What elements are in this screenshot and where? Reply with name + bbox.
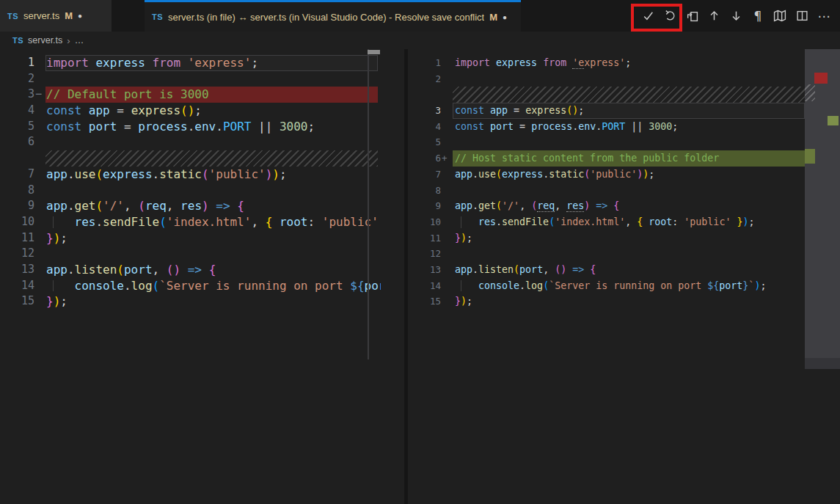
code-line[interactable]: 14 console.log(`Server is running on por… (0, 278, 381, 294)
breadcrumb-symbol[interactable]: … (75, 35, 84, 45)
code-text: res.sendFile('index.html', { root: 'publ… (46, 214, 381, 230)
discard-button[interactable] (659, 5, 681, 27)
code-line[interactable]: 11}); (0, 230, 381, 246)
line-number: 12 (0, 246, 34, 262)
editor-toolbar: ¶ ⋯ (637, 0, 835, 32)
render-whitespace-button[interactable]: ¶ (747, 5, 769, 27)
code-text: }); (455, 293, 472, 310)
diff-sign: − (35, 87, 42, 103)
unsaved-dot-icon[interactable]: ● (503, 13, 507, 21)
line-number: 1 (0, 55, 34, 71)
code-line[interactable]: 4const port = process.env.PORT || 3000; (408, 119, 840, 135)
line-number: 2 (0, 71, 34, 87)
check-icon (642, 10, 654, 22)
code-line[interactable]: 6+// Host static content from the public… (408, 150, 840, 167)
code-text: res.sendFile('index.html', { root: 'publ… (455, 214, 754, 230)
code-line[interactable]: 3−// Default port is 3000 (0, 87, 381, 103)
code-line[interactable]: 13app.listen(port, () => { (0, 262, 381, 278)
code-text: app.get('/', (req, res) => { (46, 198, 244, 214)
line-number: 8 (0, 183, 34, 199)
arrow-down-icon (730, 10, 742, 22)
diff-filler-hatch (45, 150, 378, 167)
code-text: console.log(`Server is running on port $… (455, 278, 766, 294)
minimap-footer (805, 358, 840, 369)
code-line[interactable]: 3const app = express(); (408, 103, 840, 119)
line-number: 14 (0, 278, 34, 294)
code-line[interactable]: 7app.use(express.static('public')); (408, 167, 840, 183)
code-line[interactable]: 1import express from 'express'; (0, 55, 381, 71)
left-scrollbar[interactable] (368, 49, 369, 359)
overview-ruler-added-marker (828, 116, 839, 125)
tab-resolve-save-conflict[interactable]: TS server.ts (in file) ↔ server.ts (in V… (145, 0, 521, 32)
code-line[interactable]: 9app.get('/', (req, res) => { (408, 198, 840, 214)
line-number: 9 (408, 198, 441, 214)
line-number: 2 (408, 71, 441, 87)
ellipsis-icon: ⋯ (818, 9, 830, 23)
code-line[interactable]: 13app.listen(port, () => { (408, 262, 840, 278)
more-actions-button[interactable]: ⋯ (813, 5, 835, 27)
code-text: // Host static content from the public f… (455, 150, 719, 167)
code-line[interactable]: 7app.use(express.static('public')); (0, 167, 381, 183)
code-line[interactable]: 12 (408, 246, 840, 262)
minimap[interactable] (805, 49, 840, 504)
open-changes-button[interactable] (681, 5, 703, 27)
line-number: 3 (408, 103, 441, 119)
tab-server-ts[interactable]: TS server.ts M ● (0, 0, 112, 32)
code-line[interactable]: 2 (0, 71, 381, 87)
code-line[interactable]: 12 (0, 246, 381, 262)
code-text: }); (46, 230, 67, 246)
line-number: 9 (0, 198, 34, 214)
code-text: const app = express(); (455, 103, 584, 119)
code-text: import express from 'express'; (455, 55, 631, 71)
line-number: 13 (0, 262, 34, 278)
accept-merge-button[interactable] (637, 5, 659, 27)
unsaved-dot-icon[interactable]: ● (78, 12, 82, 20)
code-line[interactable]: 5const port = process.env.PORT || 3000; (0, 119, 381, 135)
code-text: const app = express(); (46, 103, 202, 119)
line-number: 12 (408, 246, 441, 262)
diff-filler-hatch (453, 87, 805, 103)
line-number: 1 (408, 55, 441, 71)
open-map-button[interactable] (769, 5, 791, 27)
code-text: import express from 'express'; (46, 55, 258, 71)
code-line[interactable]: 8 (408, 183, 840, 199)
diff-filler-row[interactable] (0, 150, 381, 167)
original-editor-pane[interactable]: 1import express from 'express';23−// Def… (0, 49, 381, 504)
previous-change-button[interactable] (703, 5, 725, 27)
code-line[interactable]: 9app.get('/', (req, res) => { (0, 198, 381, 214)
minimap-filler-marker (805, 84, 815, 101)
code-text: app.listen(port, () => { (46, 262, 216, 278)
code-line[interactable]: 6 (0, 134, 381, 150)
code-line[interactable]: 15}); (0, 293, 381, 310)
split-editor-button[interactable] (791, 5, 813, 27)
code-line[interactable]: 14 console.log(`Server is running on por… (408, 278, 840, 294)
map-icon (773, 10, 786, 22)
line-number: 15 (408, 293, 441, 310)
left-scrollbar-slider[interactable] (368, 50, 380, 54)
code-line[interactable]: 11}); (408, 230, 840, 246)
code-line[interactable]: 15}); (408, 293, 840, 310)
code-line[interactable]: 10 res.sendFile('index.html', { root: 'p… (408, 214, 840, 230)
split-editor-icon (796, 10, 808, 22)
code-line[interactable]: 1import express from 'express'; (408, 55, 840, 71)
code-line[interactable]: 10 res.sendFile('index.html', { root: 'p… (0, 214, 381, 230)
breadcrumb-file[interactable]: server.ts (28, 35, 62, 45)
file-arrow-icon (686, 10, 698, 22)
code-text: const port = process.env.PORT || 3000; (46, 119, 315, 135)
code-line[interactable]: 8 (0, 183, 381, 199)
code-text: }); (455, 230, 472, 246)
line-number: 6 (0, 134, 34, 150)
code-text: app.listen(port, () => { (455, 262, 596, 278)
line-number: 3 (0, 87, 34, 103)
code-text: const port = process.env.PORT || 3000; (455, 119, 678, 135)
tab-label: server.ts (in file) ↔ server.ts (in Visu… (168, 12, 484, 23)
code-line[interactable]: 5 (408, 134, 840, 150)
line-number: 10 (0, 214, 34, 230)
code-text: app.use(express.static('public')); (455, 167, 654, 183)
diff-filler-row[interactable] (408, 87, 840, 103)
next-change-button[interactable] (725, 5, 747, 27)
modified-editor-pane[interactable]: 1import express from 'express';23const a… (408, 49, 840, 504)
code-line[interactable]: 2 (408, 71, 840, 87)
line-number: 7 (0, 167, 34, 183)
code-line[interactable]: 4const app = express(); (0, 103, 381, 119)
